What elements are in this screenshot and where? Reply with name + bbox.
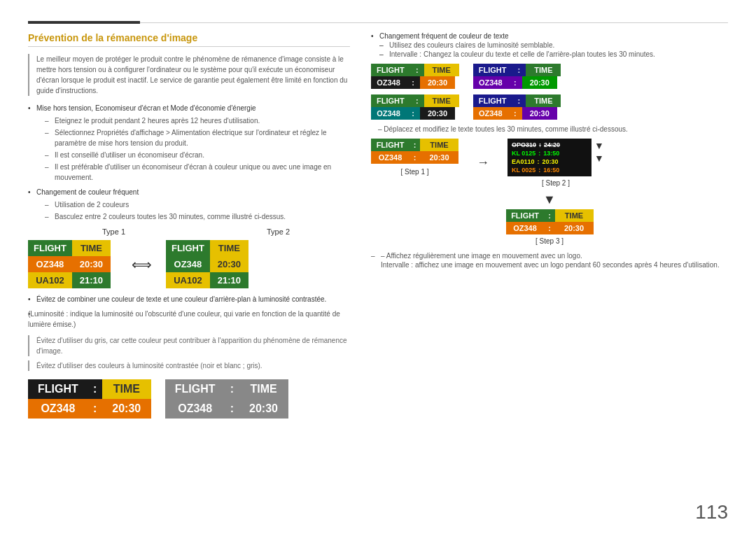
- t1-time: TIME: [72, 240, 111, 256]
- right-bullet-1: Changement fréquent de couleur de texte …: [371, 32, 728, 58]
- large-gray-time: TIME: [239, 379, 288, 399]
- step1: FLIGHT : TIME OZ348 : 20:30: [371, 139, 458, 176]
- sub-item: Il est conseillé d'utiliser un économise…: [45, 150, 350, 160]
- cb2-colon2: :: [508, 76, 522, 89]
- type1-flight-table: FLIGHT TIME OZ348 20:30 UA102 21:10: [28, 240, 111, 288]
- large-gray-colon2: :: [225, 399, 239, 419]
- right-sub-1: – Utilisez des couleurs claires de lumin…: [379, 41, 728, 49]
- down-arrow-step3: ▼: [543, 192, 556, 207]
- s3-time: TIME: [555, 209, 594, 222]
- cb1-colon2: :: [406, 76, 420, 89]
- down-arrows: ▼ ▼: [594, 139, 604, 164]
- s3-time2: 20:30: [555, 222, 594, 234]
- t1-ua: UA102: [28, 272, 72, 288]
- cb4-time: TIME: [526, 94, 561, 107]
- cb4-colon2: :: [508, 107, 522, 120]
- large-flight-gray: FLIGHT : TIME OZ348 : 20:30: [165, 379, 288, 419]
- large-dark-time2: 20:30: [102, 399, 151, 419]
- large-dark-oz: OZ348: [28, 399, 88, 419]
- cb2-time: TIME: [526, 64, 561, 76]
- cb1-colon: :: [410, 64, 424, 76]
- cb3-colon2: :: [406, 107, 420, 120]
- types-container: FLIGHT TIME OZ348 20:30 UA102 21:10 ⟺: [28, 240, 350, 288]
- step1-display: FLIGHT : TIME OZ348 : 20:30: [371, 139, 458, 165]
- step-row-1-2: FLIGHT : TIME OZ348 : 20:30: [371, 139, 728, 187]
- step1-table: FLIGHT : TIME OZ348 : 20:30: [371, 139, 458, 164]
- cb4-colon: :: [512, 94, 526, 107]
- sub-item: Sélectionnez Propriétés d'affichage > Al…: [45, 127, 350, 148]
- t1-flight: FLIGHT: [28, 240, 72, 256]
- left-column: Prévention de la rémanence d'image Le me…: [28, 32, 350, 419]
- s3-colon2: :: [545, 222, 555, 234]
- s1-colon2: :: [410, 151, 420, 164]
- scroll-line-1: OPO310:24:20: [512, 141, 587, 148]
- color-block-2: FLIGHT : TIME OZ348 : 20:30: [473, 64, 561, 89]
- type2-flight-table: FLIGHT TIME OZ348 20:30 UA102 21:10: [166, 240, 248, 288]
- type1-label: Type 1: [102, 227, 125, 236]
- scroll-line-3: EA0110:20:30: [512, 158, 587, 165]
- step3-label: [ Step 3 ]: [536, 237, 564, 245]
- s1-colon: :: [410, 139, 420, 151]
- step3-table: FLIGHT : TIME OZ348 : 20:30: [506, 209, 594, 234]
- cb2-flight: FLIGHT: [473, 64, 512, 76]
- sub-item: Utilisation de 2 couleurs: [45, 199, 350, 210]
- color-block-1: FLIGHT : TIME OZ348 : 20:30: [371, 64, 459, 89]
- step2: OPO310:24:20 KL 0125:13:50 EA0110:20:30 …: [507, 139, 604, 187]
- cb1-oz: OZ348: [371, 76, 406, 89]
- bullet-item-2: Changement de couleur fréquent Utilisati…: [28, 187, 350, 222]
- cb2-colon: :: [512, 64, 526, 76]
- large-dark-flight: FLIGHT: [28, 379, 88, 399]
- s3-oz: OZ348: [506, 222, 545, 234]
- t2-oz: OZ348: [166, 256, 210, 272]
- color-grid-row2: FLIGHT : TIME OZ348 : 20:30 FLIGHT :: [371, 94, 728, 120]
- large-gray-time2: 20:30: [239, 399, 288, 419]
- t1-ua-time: 21:10: [72, 272, 111, 288]
- bottom-note2: Intervalle : affichez une image en mouve…: [371, 260, 728, 270]
- s1-oz: OZ348: [371, 151, 410, 164]
- bullet-item-1: Mise hors tension, Economiseur d'écran e…: [28, 103, 350, 183]
- cb3-oz: OZ348: [371, 107, 406, 120]
- bottom-examples: FLIGHT : TIME OZ348 : 20:30 FLIGHT :: [28, 379, 350, 419]
- large-dark-time: TIME: [102, 379, 151, 399]
- intro-text: Le meilleur moyen de protéger le produit…: [28, 54, 350, 96]
- avoid-item-1: Évitez de combiner une couleur de texte …: [28, 294, 350, 304]
- right-sub-2: – Intervalle : Changez la couleur du tex…: [379, 50, 728, 58]
- avoid-item-2: (Luminosité : indique la luminosité ou l…: [28, 309, 350, 330]
- t2-time: TIME: [210, 240, 248, 256]
- large-gray-colon: :: [225, 379, 239, 399]
- scroll-line-2: KL 0125:13:50: [512, 150, 587, 157]
- page-container: Prévention de la rémanence d'image Le me…: [0, 0, 756, 534]
- large-gray-oz: OZ348: [165, 399, 225, 419]
- down-arrow-2: ▼: [594, 153, 604, 164]
- cb3-time2: 20:30: [420, 107, 455, 120]
- cb1-time: TIME: [424, 64, 459, 76]
- s1-time: TIME: [420, 139, 458, 151]
- large-dark-colon: :: [88, 379, 102, 399]
- sub-item: Eteignez le produit pendant 2 heures apr…: [45, 115, 350, 126]
- t2-flight: FLIGHT: [166, 240, 210, 256]
- t2-time-val: 20:30: [210, 256, 248, 272]
- cb1-time2: 20:30: [420, 76, 455, 89]
- color-block-3: FLIGHT : TIME OZ348 : 20:30: [371, 94, 459, 120]
- t1-oz: OZ348: [28, 256, 72, 272]
- step3-area: ▼ FLIGHT : TIME OZ348 : 20:30 [: [371, 192, 728, 245]
- cb3-time: TIME: [424, 94, 459, 107]
- section-title: Prévention de la rémanence d'image: [28, 32, 350, 47]
- sub-item: Il est préférable d'utiliser un économis…: [45, 162, 350, 183]
- sub-item: Basculez entre 2 couleurs toutes les 30 …: [45, 211, 350, 222]
- steps-area: FLIGHT : TIME OZ348 : 20:30: [371, 139, 728, 245]
- content-wrapper: Prévention de la rémanence d'image Le me…: [28, 32, 728, 419]
- cb1-flight: FLIGHT: [371, 64, 410, 76]
- left-bullet-list: Mise hors tension, Economiseur d'écran e…: [28, 103, 350, 222]
- top-line-dark: [28, 21, 140, 24]
- note2: Évitez d'utiliser des couleurs à luminos…: [28, 360, 350, 371]
- note1: Évitez d'utiliser du gris, car cette cou…: [28, 335, 350, 356]
- cb2-time2: 20:30: [522, 76, 557, 89]
- t2-ua: UA102: [166, 272, 210, 288]
- avoid-bullets: Évitez de combiner une couleur de texte …: [28, 294, 350, 330]
- color-grid-row1: FLIGHT : TIME OZ348 : 20:30 FLIGHT :: [371, 64, 728, 89]
- cb2-oz: OZ348: [473, 76, 508, 89]
- cb3-colon: :: [410, 94, 424, 107]
- step2-inner: OPO310:24:20 KL 0125:13:50 EA0110:20:30 …: [507, 139, 604, 176]
- top-line-light: [140, 22, 728, 23]
